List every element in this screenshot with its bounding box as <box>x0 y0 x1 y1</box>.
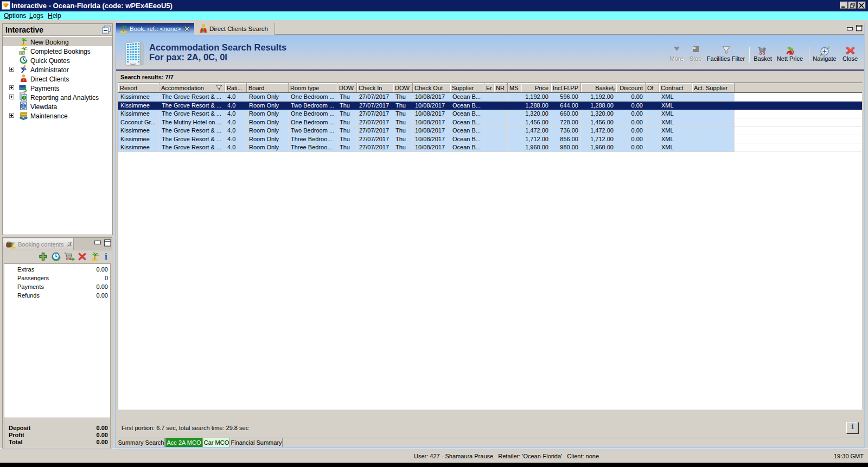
svg-text:$: $ <box>23 85 27 93</box>
